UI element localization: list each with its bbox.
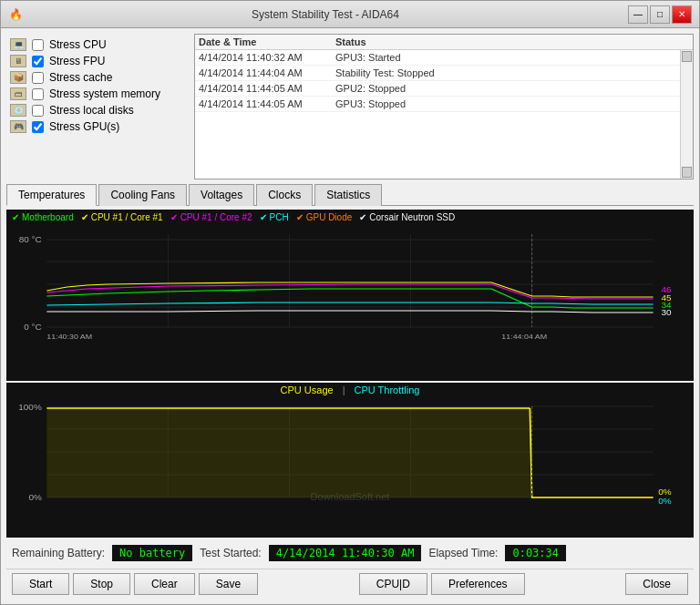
legend-ssd: ✔ Corsair Neutron SSD	[359, 212, 455, 222]
tab-temperatures[interactable]: Temperatures	[6, 184, 97, 206]
stress-gpu-item: 🎮 Stress GPU(s)	[10, 119, 185, 134]
legend-cpu1-core2: ✔ CPU #1 / Core #2	[170, 212, 252, 222]
cpu-chart-area: 100% 0% 0%	[6, 397, 694, 516]
cpu-chart-svg: 100% 0% 0%	[6, 397, 694, 516]
svg-text:0%: 0%	[658, 496, 672, 505]
log-row: 4/14/2014 11:44:05 AM GPU3: Stopped	[195, 97, 680, 112]
log-row: 4/14/2014 11:44:04 AM Stability Test: St…	[195, 66, 680, 81]
temp-chart-area: 80 °C 0 °C	[6, 225, 694, 344]
stress-cpu-item: 💻 Stress CPU	[10, 37, 185, 52]
tab-bar: Temperatures Cooling Fans Voltages Clock…	[6, 183, 694, 206]
tab-cooling-fans[interactable]: Cooling Fans	[98, 184, 187, 206]
stress-options-panel: 💻 Stress CPU 🖥 Stress FPU 📦 Stress cache…	[6, 34, 189, 179]
stress-cache-label: Stress cache	[49, 71, 112, 84]
stress-cpu-checkbox[interactable]	[32, 39, 44, 51]
temp-legend: ✔ Motherboard ✔ CPU #1 / Core #1 ✔ CPU #…	[6, 210, 694, 225]
disk-icon: 💿	[10, 104, 26, 117]
tabs-section: Temperatures Cooling Fans Voltages Clock…	[6, 183, 694, 206]
cpu-label-separator: |	[343, 385, 345, 395]
stress-memory-item: 🗃 Stress system memory	[10, 87, 185, 101]
fpu-icon: 🖥	[10, 55, 26, 67]
preferences-button[interactable]: Preferences	[431, 573, 525, 595]
main-content: 💻 Stress CPU 🖥 Stress FPU 📦 Stress cache…	[1, 28, 699, 604]
stress-fpu-checkbox[interactable]	[32, 56, 44, 67]
top-section: 💻 Stress CPU 🖥 Stress FPU 📦 Stress cache…	[6, 34, 694, 179]
svg-text:80 °C: 80 °C	[19, 234, 42, 243]
temperature-chart: ✔ Motherboard ✔ CPU #1 / Core #1 ✔ CPU #…	[6, 210, 694, 381]
memory-icon: 🗃	[10, 87, 26, 100]
svg-text:0%: 0%	[28, 492, 42, 501]
window-controls: — □ ✕	[628, 5, 692, 24]
cpu-throttling-label: CPU Throttling	[355, 385, 420, 395]
stress-cache-checkbox[interactable]	[32, 72, 44, 84]
legend-pch: ✔ PCH	[260, 212, 289, 222]
svg-text:11:44:04 AM: 11:44:04 AM	[501, 332, 547, 340]
test-started-label: Test Started:	[200, 547, 261, 559]
log-row: 4/14/2014 11:44:05 AM GPU2: Stopped	[195, 81, 680, 97]
elapsed-value: 0:03:34	[505, 545, 566, 561]
temp-chart-svg: 80 °C 0 °C	[6, 225, 694, 344]
maximize-button[interactable]: □	[650, 5, 670, 24]
stress-memory-label: Stress system memory	[49, 87, 160, 100]
svg-text:30: 30	[662, 307, 672, 316]
title-bar: 🔥 System Stability Test - AIDA64 — □ ✕	[1, 1, 699, 28]
log-row: 4/14/2014 11:40:32 AM GPU3: Started	[195, 50, 680, 66]
tab-clocks[interactable]: Clocks	[256, 184, 313, 206]
cpu-icon: 💻	[10, 38, 26, 51]
charts-section: ✔ Motherboard ✔ CPU #1 / Core #1 ✔ CPU #…	[6, 210, 694, 538]
log-scrollbar[interactable]	[680, 50, 693, 179]
stress-disks-item: 💿 Stress local disks	[10, 103, 185, 118]
log-status-header: Status	[335, 36, 676, 47]
main-window: 🔥 System Stability Test - AIDA64 — □ ✕ 💻…	[0, 0, 700, 605]
legend-motherboard: ✔ Motherboard	[12, 212, 74, 222]
app-icon: 🔥	[8, 7, 23, 22]
log-panel: Date & Time Status 4/14/2014 11:40:32 AM…	[194, 34, 694, 179]
log-date-header: Date & Time	[199, 36, 335, 47]
stress-fpu-label: Stress FPU	[49, 55, 105, 67]
svg-text:0 °C: 0 °C	[24, 322, 42, 331]
cpu-chart-labels: CPU Usage | CPU Throttling	[6, 383, 694, 397]
svg-text:11:40:30 AM: 11:40:30 AM	[46, 332, 92, 340]
battery-label: Remaining Battery:	[12, 547, 105, 559]
tab-voltages[interactable]: Voltages	[189, 184, 254, 206]
save-button[interactable]: Save	[199, 573, 258, 595]
legend-cpu1-core1: ✔ CPU #1 / Core #1	[81, 212, 163, 222]
stress-disks-label: Stress local disks	[49, 104, 134, 117]
log-header: Date & Time Status	[195, 35, 693, 50]
tab-statistics[interactable]: Statistics	[314, 184, 382, 206]
elapsed-label: Elapsed Time:	[428, 547, 498, 559]
cache-icon: 📦	[10, 71, 26, 84]
status-bar: Remaining Battery: No battery Test Start…	[6, 541, 694, 565]
svg-text:100%: 100%	[18, 402, 42, 411]
log-body[interactable]: 4/14/2014 11:40:32 AM GPU3: Started 4/14…	[195, 50, 680, 179]
bottom-bar: Start Stop Clear Save CPU|D Preferences …	[6, 569, 694, 599]
cpu-usage-label: CPU Usage	[281, 385, 334, 395]
stress-gpu-checkbox[interactable]	[32, 121, 44, 133]
close-button[interactable]: Close	[625, 573, 688, 595]
test-started-value: 4/14/2014 11:40:30 AM	[269, 545, 422, 561]
cpuid-button[interactable]: CPU|D	[359, 573, 427, 595]
stress-disks-checkbox[interactable]	[32, 105, 44, 117]
legend-gpu-diode: ✔ GPU Diode	[296, 212, 353, 222]
stop-button[interactable]: Stop	[73, 573, 130, 595]
clear-button[interactable]: Clear	[134, 573, 195, 595]
start-button[interactable]: Start	[12, 573, 69, 595]
stress-cache-item: 📦 Stress cache	[10, 70, 185, 85]
stress-memory-checkbox[interactable]	[32, 88, 44, 100]
stress-gpu-label: Stress GPU(s)	[49, 120, 119, 133]
stress-fpu-item: 🖥 Stress FPU	[10, 54, 185, 68]
gpu-icon: 🎮	[10, 120, 26, 133]
cpu-chart: CPU Usage | CPU Throttling	[6, 383, 694, 538]
stress-cpu-label: Stress CPU	[49, 38, 107, 51]
window-title: System Stability Test - AIDA64	[23, 8, 628, 21]
battery-value: No battery	[112, 545, 192, 561]
svg-text:0%: 0%	[658, 487, 672, 496]
close-window-button[interactable]: ✕	[672, 5, 692, 24]
minimize-button[interactable]: —	[628, 5, 648, 24]
